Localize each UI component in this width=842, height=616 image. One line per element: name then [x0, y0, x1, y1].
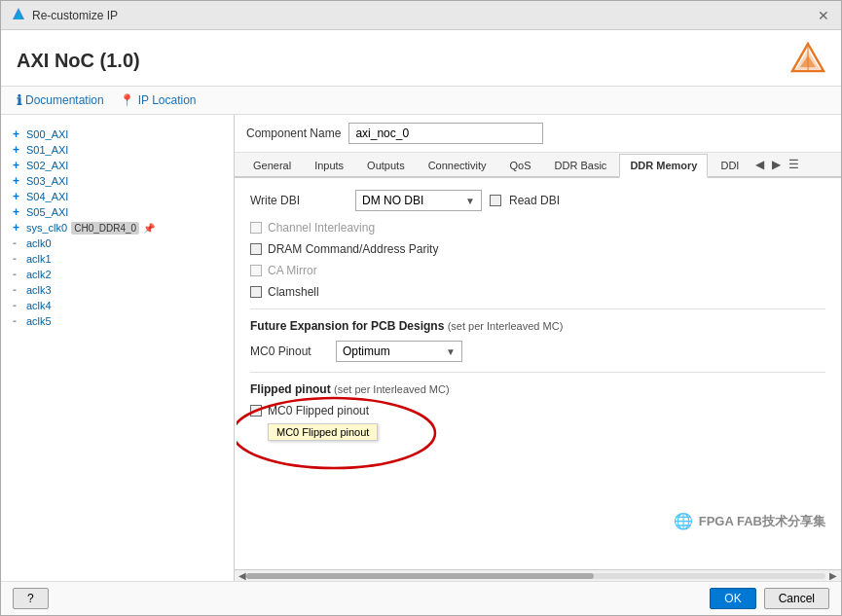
mc0-flipped-checkbox-row: MC0 Flipped pinout	[250, 404, 378, 417]
ok-button[interactable]: OK	[710, 588, 755, 609]
scrollbar-thumb[interactable]	[246, 573, 594, 579]
expand-icon: +	[13, 205, 22, 219]
tree-item-label: S00_AXI	[26, 128, 68, 140]
tree-item[interactable]: +S04_AXI	[9, 189, 226, 204]
scrollbar-track	[246, 573, 825, 579]
tab-outputs[interactable]: Outputs	[356, 154, 416, 176]
tabs-next-arrow[interactable]: ▶	[768, 153, 785, 176]
flipped-pinout-title: Flipped pinout (set per Interleaved MC)	[250, 382, 825, 396]
tabs-prev-arrow[interactable]: ◀	[751, 153, 768, 176]
dash-icon: -	[13, 283, 22, 297]
title-bar-icon	[11, 6, 26, 24]
bottom-bar: ? OK Cancel	[1, 581, 841, 615]
tree-item-label: S05_AXI	[26, 206, 68, 218]
tree-item-label: aclk4	[26, 300, 52, 311]
nav-bar: ℹ Documentation 📍 IP Location	[1, 87, 841, 115]
channel-interleaving-checkbox	[250, 222, 262, 234]
tree-item[interactable]: +S02_AXI	[9, 158, 226, 173]
write-dbi-value: DM NO DBI	[362, 194, 423, 207]
tree-item[interactable]: +S05_AXI	[9, 204, 226, 220]
title-bar-text: Re-customize IP	[32, 9, 118, 22]
form-content: Write DBI DM NO DBI ▼ Read DBI Channel I…	[235, 178, 841, 569]
component-name-row: Component Name	[235, 115, 841, 153]
write-dbi-row: Write DBI DM NO DBI ▼ Read DBI	[250, 190, 825, 211]
nav-documentation[interactable]: ℹ Documentation	[17, 92, 104, 108]
close-button[interactable]: ✕	[816, 8, 831, 23]
nav-ip-location[interactable]: 📍 IP Location	[120, 92, 197, 108]
component-name-label: Component Name	[246, 127, 341, 140]
write-dbi-arrow: ▼	[465, 196, 475, 206]
page-title: AXI NoC (1.0)	[17, 50, 140, 72]
scroll-right-arrow[interactable]: ▶	[829, 570, 837, 581]
bottom-left: ?	[13, 588, 49, 609]
scroll-left-arrow[interactable]: ◀	[238, 570, 246, 581]
tree-item-label: S04_AXI	[26, 191, 68, 202]
tree-item[interactable]: +S00_AXI	[9, 127, 226, 142]
tabs-menu[interactable]: ☰	[785, 153, 803, 176]
ca-mirror-checkbox	[250, 265, 262, 276]
tree-item-label: S02_AXI	[26, 160, 68, 171]
tree-item-label: S03_AXI	[26, 175, 68, 187]
write-dbi-label: Write DBI	[250, 194, 348, 207]
tabs-row: GeneralInputsOutputsConnectivityQoSDDR B…	[235, 153, 841, 178]
tree-item[interactable]: -aclk1	[9, 251, 226, 267]
component-name-input[interactable]	[348, 123, 543, 144]
expand-icon: +	[13, 127, 22, 141]
tree-item[interactable]: -aclk3	[9, 282, 226, 298]
location-icon: 📍	[120, 93, 134, 107]
tab-connectivity[interactable]: Connectivity	[418, 154, 497, 176]
tree-item-label: aclk0	[26, 237, 52, 249]
ca-mirror-label: CA Mirror	[268, 264, 317, 277]
tree-item[interactable]: -aclk4	[9, 298, 226, 313]
channel-interleaving-label: Channel Interleaving	[268, 221, 375, 235]
left-panel: +S00_AXI+S01_AXI+S02_AXI+S03_AXI+S04_AXI…	[1, 115, 235, 581]
tab-general[interactable]: General	[242, 154, 302, 176]
flipped-pinout-section: Flipped pinout (set per Interleaved MC) …	[250, 382, 825, 447]
vivado-logo	[790, 42, 825, 80]
cancel-button[interactable]: Cancel	[764, 588, 829, 609]
watermark: 🌐 FPGA FAB技术分享集	[674, 512, 825, 530]
clamshell-label: Clamshell	[268, 285, 319, 299]
expand-icon: +	[13, 190, 22, 203]
dash-icon: -	[13, 314, 22, 328]
write-dbi-select[interactable]: DM NO DBI ▼	[355, 190, 482, 211]
read-dbi-checkbox[interactable]	[490, 195, 501, 206]
dash-icon: -	[13, 252, 22, 266]
horizontal-scrollbar[interactable]: ◀ ▶	[235, 569, 841, 581]
ca-mirror-row: CA Mirror	[250, 264, 825, 277]
channel-interleaving-row: Channel Interleaving	[250, 221, 825, 235]
tab-ddr-basic[interactable]: DDR Basic	[544, 154, 618, 176]
clamshell-checkbox[interactable]	[250, 286, 262, 298]
tab-inputs[interactable]: Inputs	[304, 154, 354, 176]
mc0-pinout-row: MC0 Pinout Optimum ▼	[250, 341, 825, 362]
tree-item[interactable]: +sys_clk0CH0_DDR4_0 📌	[9, 220, 226, 236]
mc0-pinout-select[interactable]: Optimum ▼	[336, 341, 462, 362]
tree-item-label: aclk3	[26, 284, 52, 296]
tree-item[interactable]: -aclk0	[9, 236, 226, 251]
connector-label: CH0_DDR4_0	[71, 222, 139, 235]
tree-container: +S00_AXI+S01_AXI+S02_AXI+S03_AXI+S04_AXI…	[1, 123, 234, 333]
mc0-pinout-value: Optimum	[343, 344, 390, 358]
expand-icon: +	[13, 174, 22, 188]
mc0-flipped-tooltip: MC0 Flipped pinout	[268, 423, 378, 441]
tree-item[interactable]: +S03_AXI	[9, 173, 226, 189]
bottom-right: OK Cancel	[710, 588, 829, 609]
read-dbi-label: Read DBI	[509, 194, 560, 207]
help-button[interactable]: ?	[13, 588, 49, 609]
tab-qos[interactable]: QoS	[499, 154, 542, 176]
mc0-flipped-checkbox[interactable]	[250, 405, 262, 417]
tree-item-label: S01_AXI	[26, 144, 68, 156]
nav-documentation-label: Documentation	[25, 93, 104, 107]
right-panel: Component Name GeneralInputsOutputsConne…	[235, 115, 841, 581]
pin-icon: 📌	[143, 223, 155, 234]
tree-item[interactable]: +S01_AXI	[9, 142, 226, 158]
tree-item[interactable]: -aclk2	[9, 267, 226, 282]
main-content: +S00_AXI+S01_AXI+S02_AXI+S03_AXI+S04_AXI…	[1, 115, 841, 581]
tree-item[interactable]: -aclk5	[9, 313, 226, 329]
expand-icon: +	[13, 159, 22, 172]
dram-parity-checkbox[interactable]	[250, 243, 262, 255]
tab-ddi[interactable]: DDI	[710, 154, 750, 176]
tree-item-label: aclk2	[26, 269, 52, 280]
tree-item-label: aclk1	[26, 253, 52, 265]
tab-ddr-memory[interactable]: DDR Memory	[619, 154, 708, 178]
